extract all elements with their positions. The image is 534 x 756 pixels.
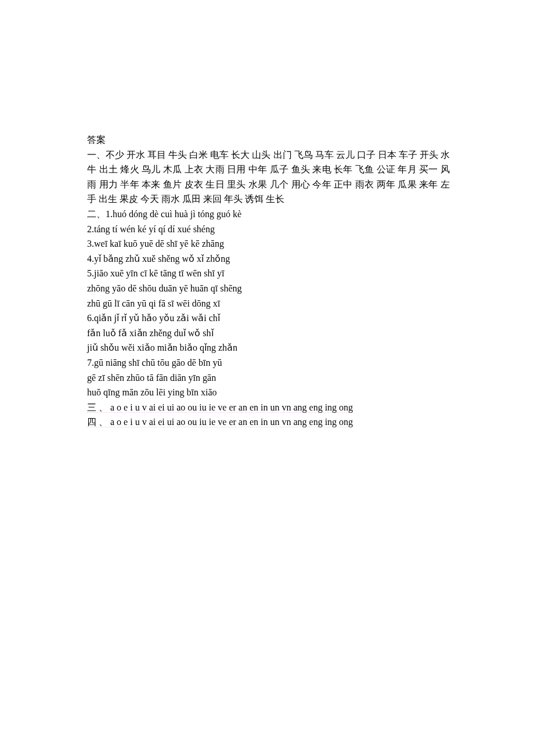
item-num: 3. xyxy=(87,239,94,249)
answer-document: 答案 一、不少 开水 耳目 牛头 白米 电车 长大 山头 出门 飞鸟 马车 云儿… xyxy=(0,0,534,430)
section-1-heading: 一、 xyxy=(87,150,106,160)
item-text: fǎn luǒ fǎ xiǎn zhěng duǐ wǒ shǐ xyxy=(87,328,214,338)
item-text: huó dóng dè cuì huà jì tóng guó kè xyxy=(113,209,241,219)
item-text: jiǔ shǒu wěi xiǎo miǎn biǎo qǐng zhǎn xyxy=(87,343,237,352)
section-1-words: 不少 开水 耳目 牛头 白米 电车 长大 山头 出门 飞鸟 马车 云儿 口子 日… xyxy=(87,150,450,204)
item-text: gē zī shēn zhūo tā fān diān yīn gān xyxy=(87,373,216,383)
item-text: weī kaī kuō yuē dē shī yē kē zhāng xyxy=(94,239,224,249)
section-2-line-3: 3.weī kaī kuō yuē dē shī yē kē zhāng xyxy=(87,236,450,251)
section-3: 三 、 a o e i u v ai ei ui ao ou iu ie ve … xyxy=(87,400,450,415)
item-text: táng tí wén ké yí qí dí xué shéng xyxy=(94,224,215,234)
item-text: yǐ bǎng zhǔ xuě shěng wǒ xǐ zhǒng xyxy=(94,254,230,264)
item-num: 6. xyxy=(87,313,94,323)
section-3-heading: 三 、 xyxy=(87,402,108,412)
section-2: 二、1.huó dóng dè cuì huà jì tóng guó kè 2… xyxy=(87,207,450,400)
section-2-line-12: gē zī shēn zhūo tā fān diān yīn gān xyxy=(87,370,450,386)
section-2-line-5: 5.jiāo xuē yīn cī kē tāng tī wēn shī yī xyxy=(87,266,450,281)
item-text: qiǎn jǐ rǐ yǔ hǎo yǒu zǎi wǎi chǐ xyxy=(94,313,220,323)
doc-title: 答案 xyxy=(87,132,450,147)
item-num: 7. xyxy=(87,358,94,368)
section-2-line-4: 4.yǐ bǎng zhǔ xuě shěng wǒ xǐ zhǒng xyxy=(87,251,450,267)
item-num: 2. xyxy=(87,224,94,234)
section-4-text: a o e i u v ai ei ui ao ou iu ie ve er a… xyxy=(108,417,353,427)
item-num: 1. xyxy=(106,209,113,219)
item-text: zhōng yāo dē shōu duān yē huān qī shēng xyxy=(87,283,242,293)
item-text: zhū gū lī cān yū qi fā sī wēi dōng xī xyxy=(87,298,220,308)
section-1: 一、不少 开水 耳目 牛头 白米 电车 长大 山头 出门 飞鸟 马车 云儿 口子… xyxy=(87,147,450,207)
section-2-line-1: 二、1.huó dóng dè cuì huà jì tóng guó kè xyxy=(87,207,450,222)
section-2-line-8: 6.qiǎn jǐ rǐ yǔ hǎo yǒu zǎi wǎi chǐ xyxy=(87,311,450,326)
item-text: huō qīng mān zōu lēi ying bīn xiāo xyxy=(87,387,217,397)
section-2-line-11: 7.gū niāng shī chū tōu gāo dē bīn yū xyxy=(87,355,450,370)
section-2-line-7: zhū gū lī cān yū qi fā sī wēi dōng xī xyxy=(87,296,450,311)
item-num: 4. xyxy=(87,254,94,264)
section-4: 四 、 a o e i u v ai ei ui ao ou iu ie ve … xyxy=(87,415,450,430)
item-text: jiāo xuē yīn cī kē tāng tī wēn shī yī xyxy=(94,268,224,278)
section-3-text: a o e i u v ai ei ui ao ou iu ie ve er a… xyxy=(108,402,353,412)
item-num: 5. xyxy=(87,268,94,278)
section-2-line-2: 2.táng tí wén ké yí qí dí xué shéng xyxy=(87,222,450,237)
section-2-line-13: huō qīng mān zōu lēi ying bīn xiāo xyxy=(87,385,450,400)
item-text: gū niāng shī chū tōu gāo dē bīn yū xyxy=(94,358,222,368)
section-2-heading: 二、 xyxy=(87,209,106,219)
section-2-line-9: fǎn luǒ fǎ xiǎn zhěng duǐ wǒ shǐ xyxy=(87,326,450,341)
section-2-line-6: zhōng yāo dē shōu duān yē huān qī shēng xyxy=(87,281,450,296)
section-2-line-10: jiǔ shǒu wěi xiǎo miǎn biǎo qǐng zhǎn xyxy=(87,340,450,355)
section-4-heading: 四 、 xyxy=(87,417,108,427)
